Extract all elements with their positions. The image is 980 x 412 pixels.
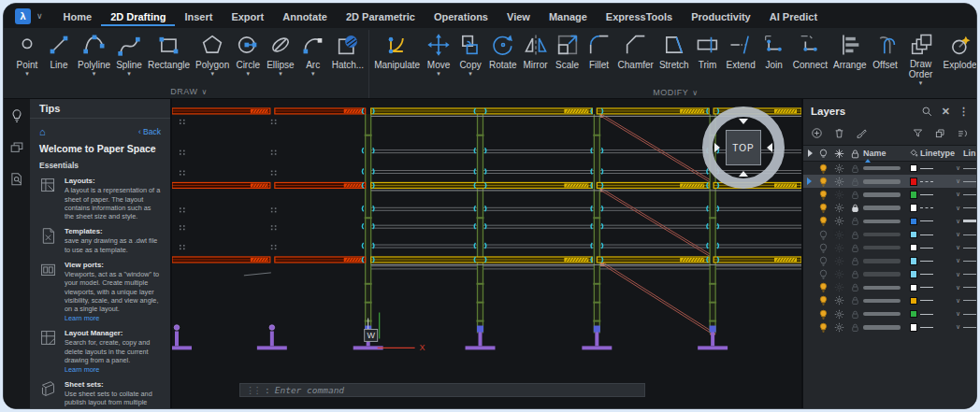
layer-lock-icon[interactable] <box>847 269 863 279</box>
freeze-column-icon[interactable] <box>831 149 847 159</box>
layer-color-swatch[interactable] <box>907 284 920 292</box>
layer-lineweight-sample[interactable] <box>963 314 976 315</box>
layer-lock-icon[interactable] <box>847 216 863 226</box>
layer-lineweight-sample[interactable] <box>963 194 976 195</box>
layer-on-bulb-icon[interactable] <box>815 177 831 187</box>
layer-freeze-sun-icon[interactable] <box>831 177 847 187</box>
tool-dropdown-caret-icon[interactable]: ▾ <box>311 70 315 78</box>
tool-stretch[interactable]: .g{stroke:#b9bec5;fill:none;stroke-width… <box>656 30 692 78</box>
layer-lock-icon[interactable] <box>847 203 863 213</box>
menu-item-2d-parametric[interactable]: 2D Parametric <box>337 7 425 26</box>
layer-lineweight-sample[interactable] <box>963 261 976 262</box>
tool-rotate[interactable]: .g{stroke:#b9bec5;fill:none;stroke-width… <box>486 30 519 78</box>
linetype-dropdown-caret-icon[interactable]: ∨ <box>953 271 963 278</box>
layer-name-bar[interactable] <box>863 220 907 224</box>
menu-item-insert[interactable]: Insert <box>175 7 222 26</box>
layer-linetype-sample[interactable] <box>920 261 936 262</box>
layer-expand-icon[interactable] <box>803 178 815 185</box>
tool-arc[interactable]: .g{stroke:#b9bec5;fill:none;stroke-width… <box>297 30 329 78</box>
layer-linetype-sample[interactable] <box>920 168 936 169</box>
layer-lineweight-sample[interactable] <box>963 327 976 328</box>
menu-item-expresstools[interactable]: ExpressTools <box>597 7 682 26</box>
search-icon[interactable] <box>921 106 933 118</box>
layer-on-bulb-icon[interactable] <box>815 230 831 240</box>
linetype-dropdown-caret-icon[interactable]: ∨ <box>953 244 963 251</box>
layer-freeze-sun-icon[interactable] <box>831 230 847 240</box>
layer-name-bar[interactable] <box>863 259 907 263</box>
layer-name-bar[interactable] <box>863 312 907 317</box>
tips-bulb-icon[interactable] <box>9 108 24 127</box>
linetype-dropdown-caret-icon[interactable]: ∨ <box>953 231 963 238</box>
layer-lineweight-sample[interactable] <box>963 234 976 235</box>
linetype-dropdown-caret-icon[interactable]: ∨ <box>953 310 963 318</box>
layer-color-swatch[interactable] <box>907 218 920 226</box>
tool-extend[interactable]: .g{stroke:#b9bec5;fill:none;stroke-width… <box>724 30 758 78</box>
tool-scale[interactable]: .g{stroke:#b9bec5;fill:none;stroke-width… <box>552 30 584 78</box>
layer-name-bar[interactable] <box>863 179 907 184</box>
tool-dropdown-caret-icon[interactable]: ▾ <box>919 79 923 87</box>
ribbon-group-label-modify[interactable]: MODIFY∨ <box>371 87 977 98</box>
tool-point[interactable]: .g{stroke:#b9bec5;fill:none;stroke-width… <box>11 30 43 78</box>
layer-freeze-sun-icon[interactable] <box>831 190 847 200</box>
doc-search-icon[interactable] <box>9 172 24 191</box>
tool-dropdown-caret-icon[interactable]: ▾ <box>468 70 472 78</box>
tool-mirror[interactable]: .g{stroke:#b9bec5;fill:none;stroke-width… <box>520 30 552 78</box>
delete-layer-icon[interactable] <box>833 127 845 141</box>
layer-on-bulb-icon[interactable] <box>815 203 831 213</box>
tool-spline[interactable]: .g{stroke:#b9bec5;fill:none;stroke-width… <box>113 30 145 78</box>
layer-color-swatch[interactable] <box>907 231 920 239</box>
layer-on-bulb-icon[interactable] <box>815 163 831 174</box>
tool-dropdown-caret-icon[interactable]: ▾ <box>127 70 131 78</box>
app-logo-icon[interactable]: λ <box>15 8 31 24</box>
kebab-menu-icon[interactable]: ⋮ <box>958 106 969 118</box>
tool-explode[interactable]: .g{stroke:#b9bec5;fill:none;stroke-width… <box>941 30 977 78</box>
layer-row-3[interactable]: ∨ <box>803 202 976 215</box>
tool-circle[interactable]: .g{stroke:#b9bec5;fill:none;stroke-width… <box>232 30 264 78</box>
tips-cards-icon[interactable] <box>9 140 24 159</box>
layer-name-bar[interactable] <box>863 206 907 210</box>
lineweight-column-header[interactable]: Lin <box>963 149 976 158</box>
menu-item-manage[interactable]: Manage <box>540 7 597 26</box>
layer-linetype-sample[interactable] <box>920 181 936 182</box>
layer-lineweight-sample[interactable] <box>963 248 976 249</box>
tool-polyline[interactable]: .g{stroke:#b9bec5;fill:none;stroke-width… <box>75 30 113 78</box>
menu-item-ai-predict[interactable]: AI Predict <box>760 7 827 26</box>
linetype-dropdown-caret-icon[interactable]: ∨ <box>953 297 963 305</box>
lock-column-icon[interactable] <box>847 149 863 159</box>
purge-brush-icon[interactable] <box>856 127 868 141</box>
viewcube-arrow-left-icon[interactable] <box>714 143 720 152</box>
layer-row-8[interactable]: ∨ <box>803 268 976 281</box>
tool-fillet[interactable]: .g{stroke:#b9bec5;fill:none;stroke-width… <box>584 30 615 78</box>
layer-name-bar[interactable] <box>863 192 907 197</box>
layer-lock-icon[interactable] <box>847 295 863 305</box>
tool-offset[interactable]: .g{stroke:#b9bec5;fill:none;stroke-width… <box>870 30 901 78</box>
tool-trim[interactable]: .g{stroke:#b9bec5;fill:none;stroke-width… <box>692 30 724 78</box>
layer-row-11[interactable]: ∨ <box>803 307 976 320</box>
layer-freeze-sun-icon[interactable] <box>831 295 847 305</box>
layer-row-2[interactable]: ∨ <box>803 188 976 201</box>
layer-lock-icon[interactable] <box>847 230 863 240</box>
menu-item-annotate[interactable]: Annotate <box>273 7 337 26</box>
layer-lock-icon[interactable] <box>847 282 863 292</box>
tool-polygon[interactable]: .g{stroke:#b9bec5;fill:none;stroke-width… <box>193 30 232 78</box>
layer-lineweight-sample[interactable] <box>963 168 976 169</box>
layer-name-bar[interactable] <box>863 299 907 304</box>
tool-rectangle[interactable]: .g{stroke:#b9bec5;fill:none;stroke-width… <box>145 30 193 78</box>
layer-color-swatch[interactable] <box>907 297 920 305</box>
layer-name-bar[interactable] <box>863 325 907 330</box>
layer-freeze-sun-icon[interactable] <box>831 243 847 253</box>
app-menu-caret-icon[interactable]: ∨ <box>36 11 43 21</box>
ribbon-group-label-draw[interactable]: DRAW∨ <box>11 85 367 98</box>
tool-dropdown-caret-icon[interactable]: ▾ <box>93 70 96 78</box>
layer-freeze-sun-icon[interactable] <box>831 269 847 279</box>
layer-row-1[interactable]: ∨ <box>803 175 976 188</box>
menu-item-view[interactable]: View <box>497 7 540 26</box>
tool-manipulate[interactable]: .g{stroke:#b9bec5;fill:none;stroke-width… <box>371 30 423 78</box>
viewcube-arrow-down-icon[interactable] <box>739 171 748 177</box>
layer-linetype-sample[interactable] <box>920 234 936 235</box>
layer-color-swatch[interactable] <box>907 204 920 212</box>
drawing-canvas[interactable]: WX TOP ⋮⋮ : Enter command <box>172 99 801 408</box>
menu-item-home[interactable]: Home <box>54 7 102 26</box>
layer-row-6[interactable]: ∨ <box>803 241 976 254</box>
layer-states-icon[interactable] <box>934 127 946 141</box>
